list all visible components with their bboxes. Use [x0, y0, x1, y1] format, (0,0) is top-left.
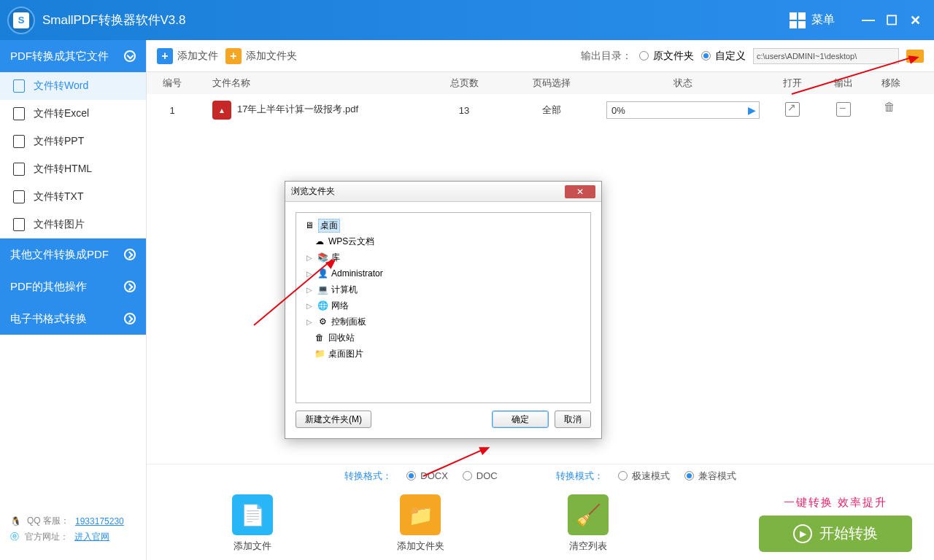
- tree-item-wps[interactable]: ☁WPS云文档: [299, 233, 587, 249]
- row-pages: 13: [424, 105, 504, 116]
- sidebar-cat-pdf-ops[interactable]: PDF的其他操作: [0, 271, 146, 303]
- action-add-folder[interactable]: 📁添加文件夹: [336, 494, 504, 553]
- network-icon: 🌐: [317, 300, 328, 311]
- sidebar-footer: 🐧QQ 客服：1933175230 ⓔ官方网址：进入官网: [0, 502, 146, 560]
- new-folder-button[interactable]: 新建文件夹(M): [296, 411, 371, 428]
- chevron-down-icon: [124, 50, 136, 62]
- chevron-right-icon: [124, 313, 136, 324]
- radio-fast-mode[interactable]: 极速模式: [618, 470, 670, 483]
- browse-folder-dialog: 浏览文件夹 ✕ 🖥桌面 ☁WPS云文档 ▷📚库 ▷👤Administrator …: [285, 181, 602, 439]
- table-row: 1 ▲17年上半年计算一级报考.pdf 13 全部 0%▶: [147, 94, 934, 126]
- word-icon: [13, 79, 25, 93]
- library-icon: 📚: [317, 252, 328, 262]
- conversion-options: 转换格式： DOCX DOC 转换模式： 极速模式 兼容模式: [147, 464, 934, 487]
- add-file-button[interactable]: +添加文件: [157, 48, 218, 64]
- site-link[interactable]: 进入官网: [74, 531, 109, 543]
- qq-icon: 🐧: [10, 516, 21, 526]
- recycle-icon: 🗑: [314, 332, 325, 343]
- output-path-input[interactable]: [753, 48, 899, 64]
- browse-folder-button[interactable]: [906, 50, 924, 63]
- start-convert-button[interactable]: ▶开始转换: [759, 516, 912, 552]
- computer-icon: 💻: [317, 284, 328, 295]
- row-filename: ▲17年上半年计算一级报考.pdf: [190, 101, 424, 120]
- ppt-icon: [13, 135, 25, 148]
- sidebar-item-word[interactable]: 文件转Word: [0, 72, 146, 100]
- expand-icon[interactable]: ▷: [306, 318, 314, 326]
- sidebar-cat-pdf-to-other[interactable]: PDF转换成其它文件: [0, 40, 146, 72]
- sidebar-item-image[interactable]: 文件转图片: [0, 211, 146, 238]
- row-page-select[interactable]: 全部: [504, 104, 599, 117]
- pdf-icon: ▲: [212, 101, 231, 120]
- sidebar-item-html[interactable]: 文件转HTML: [0, 155, 146, 183]
- action-row: 📄添加文件 📁添加文件夹 🧹清空列表 一键转换 效率提升 ▶开始转换: [147, 487, 934, 560]
- action-add-file[interactable]: 📄添加文件: [169, 494, 336, 553]
- desktop-icon: 🖥: [304, 220, 315, 230]
- excel-icon: [13, 107, 25, 120]
- action-clear-list[interactable]: 🧹清空列表: [504, 494, 672, 553]
- output-label: 输出目录：: [581, 50, 632, 63]
- table-header: 编号 文件名称 总页数 页码选择 状态 打开 输出 移除: [147, 72, 934, 94]
- radio-source-folder[interactable]: 原文件夹: [639, 50, 694, 63]
- sidebar-cat-label: PDF转换成其它文件: [10, 50, 109, 63]
- row-status: 0%▶: [599, 101, 767, 119]
- add-file-icon: 📄: [232, 494, 273, 535]
- play-icon: ▶: [793, 524, 812, 543]
- cancel-button[interactable]: 取消: [555, 411, 591, 428]
- output-button[interactable]: [836, 102, 851, 117]
- sidebar-item-txt[interactable]: 文件转TXT: [0, 183, 146, 211]
- maximize-button[interactable]: ☐: [880, 9, 903, 32]
- tree-item-desktop[interactable]: 🖥桌面: [299, 217, 587, 233]
- minimize-button[interactable]: —: [857, 9, 880, 32]
- titlebar: S SmallPDF转换器软件V3.8 菜单 — ☐ ✕: [0, 0, 934, 40]
- tree-item-library[interactable]: ▷📚库: [299, 249, 587, 265]
- folder-icon: 📁: [314, 349, 325, 359]
- menu-grid-icon[interactable]: [790, 12, 806, 28]
- sidebar-item-ppt[interactable]: 文件转PPT: [0, 128, 146, 155]
- add-folder-icon: 📁: [400, 494, 441, 535]
- open-button[interactable]: [785, 102, 800, 117]
- dialog-titlebar: 浏览文件夹 ✕: [285, 182, 601, 202]
- tree-item-desktop-pics[interactable]: 📁桌面图片: [299, 346, 587, 362]
- app-title: SmallPDF转换器软件V3.8: [42, 12, 185, 28]
- expand-icon[interactable]: ▷: [306, 302, 314, 310]
- radio-docx[interactable]: DOCX: [406, 470, 448, 481]
- expand-icon[interactable]: ▷: [306, 254, 314, 262]
- chevron-right-icon: [124, 281, 136, 292]
- control-panel-icon: ⚙: [317, 316, 328, 327]
- add-folder-button[interactable]: +添加文件夹: [225, 48, 297, 64]
- tree-item-recycle[interactable]: 🗑回收站: [299, 330, 587, 346]
- progress-bar[interactable]: 0%▶: [606, 101, 760, 119]
- radio-doc[interactable]: DOC: [463, 470, 498, 481]
- play-icon[interactable]: ▶: [748, 104, 756, 116]
- sidebar-item-excel[interactable]: 文件转Excel: [0, 100, 146, 128]
- sidebar-cat-ebook[interactable]: 电子书格式转换: [0, 303, 146, 335]
- radio-custom-folder[interactable]: 自定义: [701, 50, 746, 63]
- close-button[interactable]: ✕: [903, 9, 927, 32]
- tree-item-network[interactable]: ▷🌐网络: [299, 298, 587, 314]
- tree-item-computer[interactable]: ▷💻计算机: [299, 281, 587, 298]
- tree-item-control-panel[interactable]: ▷⚙控制面板: [299, 314, 587, 330]
- dialog-close-button[interactable]: ✕: [565, 185, 595, 198]
- remove-button[interactable]: [884, 102, 898, 117]
- tree-item-admin[interactable]: ▷👤Administrator: [299, 265, 587, 281]
- plus-icon: +: [225, 48, 242, 64]
- sidebar: PDF转换成其它文件 文件转Word 文件转Excel 文件转PPT 文件转HT…: [0, 40, 146, 560]
- promo-text: 一键转换 效率提升: [759, 496, 912, 510]
- html-icon: [13, 163, 25, 176]
- ie-icon: ⓔ: [10, 531, 19, 543]
- ok-button[interactable]: 确定: [492, 411, 549, 428]
- app-logo: S: [7, 7, 35, 34]
- sidebar-cat-other-to-pdf[interactable]: 其他文件转换成PDF: [0, 238, 146, 271]
- image-icon: [13, 218, 25, 231]
- chevron-right-icon: [124, 249, 136, 260]
- menu-button[interactable]: 菜单: [811, 12, 835, 28]
- toolbar: +添加文件 +添加文件夹 输出目录： 原文件夹 自定义: [147, 40, 934, 72]
- txt-icon: [13, 190, 25, 203]
- expand-icon[interactable]: ▷: [306, 270, 314, 278]
- dialog-title: 浏览文件夹: [291, 185, 335, 198]
- radio-compat-mode[interactable]: 兼容模式: [684, 470, 736, 483]
- expand-icon[interactable]: ▷: [306, 286, 314, 294]
- qq-link[interactable]: 1933175230: [75, 516, 124, 526]
- clear-icon: 🧹: [568, 494, 609, 535]
- folder-tree[interactable]: 🖥桌面 ☁WPS云文档 ▷📚库 ▷👤Administrator ▷💻计算机 ▷🌐…: [296, 212, 591, 403]
